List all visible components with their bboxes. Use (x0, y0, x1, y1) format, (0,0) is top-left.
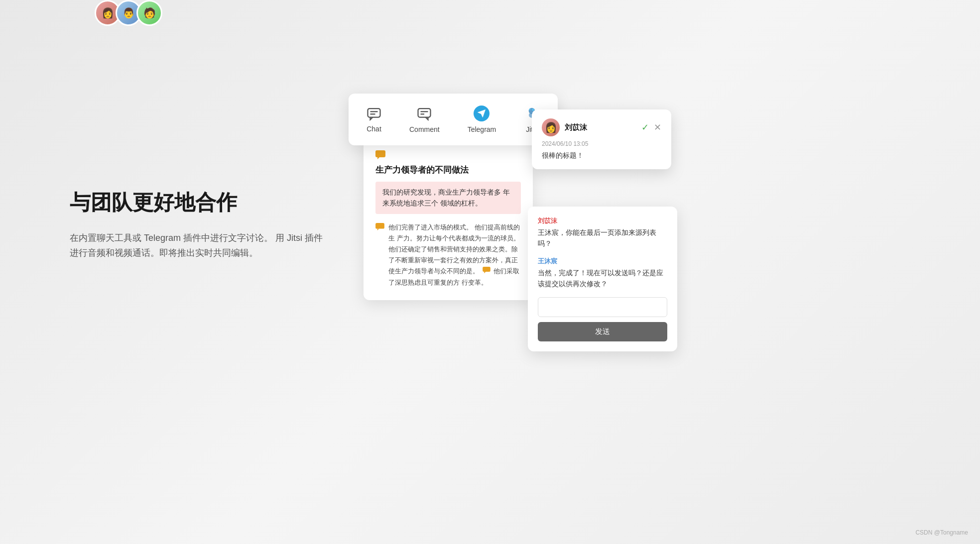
doc-section-icon (375, 150, 521, 161)
chat-input-field[interactable] (538, 297, 667, 317)
toolbar-item-chat[interactable]: Chat (361, 102, 387, 137)
toolbar-label-chat: Chat (367, 125, 381, 133)
chat-comment-1: 刘苡沫 王沐宸，你能在最后一页添加来源列表吗？ (538, 217, 667, 249)
notif-check-button[interactable]: ✓ (641, 122, 649, 133)
svg-rect-12 (483, 267, 490, 272)
toolbar-item-telegram[interactable]: Telegram (462, 102, 502, 137)
chat-send-button[interactable]: 发送 (538, 322, 667, 341)
notif-message: 很棒的标题！ (542, 151, 661, 160)
doc-highlight: 我们的研究发现，商业生产力领导者多 年来系统地追求三个 领域的杠杆。 (375, 182, 521, 214)
toolbar-item-comment[interactable]: Comment (403, 102, 446, 137)
svg-rect-8 (375, 150, 385, 157)
svg-marker-13 (484, 272, 486, 273)
avatars-row: 👩 👨 🧑 (100, 0, 162, 26)
chat-icon (367, 106, 381, 121)
notif-actions: ✓ ✕ (641, 122, 661, 133)
toolbar-label-comment: Comment (409, 125, 440, 133)
footer: CSDN @Tongname (915, 529, 968, 536)
notification-popup: 👩 刘苡沫 ✓ ✕ 2024/06/10 13:05 很棒的标题！ (532, 109, 671, 169)
notif-user: 👩 刘苡沫 (542, 118, 587, 136)
svg-marker-9 (377, 157, 379, 159)
chat-comment-text-1: 王沐宸，你能在最后一页添加来源列表吗？ (538, 227, 667, 249)
chat-comment-text-2: 当然，完成了！现在可以发送吗？还是应该提交以供再次修改？ (538, 268, 667, 289)
doc-para-icon (375, 223, 384, 235)
footer-text: CSDN @Tongname (915, 529, 968, 536)
doc-paragraph: 他们完善了进入市场的模式。 他们提高前线的生 产力。努力让每个代表都成为一流的球… (375, 222, 521, 288)
svg-marker-11 (377, 228, 379, 230)
notif-avatar: 👩 (542, 118, 560, 136)
notif-close-button[interactable]: ✕ (654, 122, 661, 133)
chat-input-area: 发送 (538, 297, 667, 341)
document-card: 生产力领导者的不同做法 我们的研究发现，商业生产力领导者多 年来系统地追求三个 … (364, 138, 533, 300)
avatar-3: 🧑 (136, 0, 162, 26)
chat-comment-2: 王沐宸 当然，完成了！现在可以发送吗？还是应该提交以供再次修改？ (538, 257, 667, 289)
main-description: 在内置聊天工具或 Telegram 插件中进行文字讨论。 用 Jitsi 插件进… (70, 230, 329, 261)
toolbar-label-telegram: Telegram (468, 125, 496, 133)
svg-rect-3 (418, 109, 431, 117)
chat-comment-user-1: 刘苡沫 (538, 217, 667, 225)
notif-header: 👩 刘苡沫 ✓ ✕ (542, 118, 661, 136)
telegram-icon (474, 106, 490, 121)
svg-rect-0 (368, 109, 380, 117)
notif-time: 2024/06/10 13:05 (542, 140, 661, 147)
left-content: 与团队更好地合作 在内置聊天工具或 Telegram 插件中进行文字讨论。 用 … (70, 189, 329, 261)
comment-icon (416, 106, 432, 121)
svg-rect-10 (375, 223, 384, 229)
notif-username: 刘苡沫 (565, 123, 587, 132)
main-title: 与团队更好地合作 (70, 189, 329, 217)
doc-title: 生产力领导者的不同做法 (375, 164, 521, 176)
chat-popup: 刘苡沫 王沐宸，你能在最后一页添加来源列表吗？ 王沐宸 当然，完成了！现在可以发… (528, 207, 677, 351)
toolbar-card: Chat Comment Telegram (349, 94, 558, 145)
chat-comment-user-2: 王沐宸 (538, 257, 667, 266)
